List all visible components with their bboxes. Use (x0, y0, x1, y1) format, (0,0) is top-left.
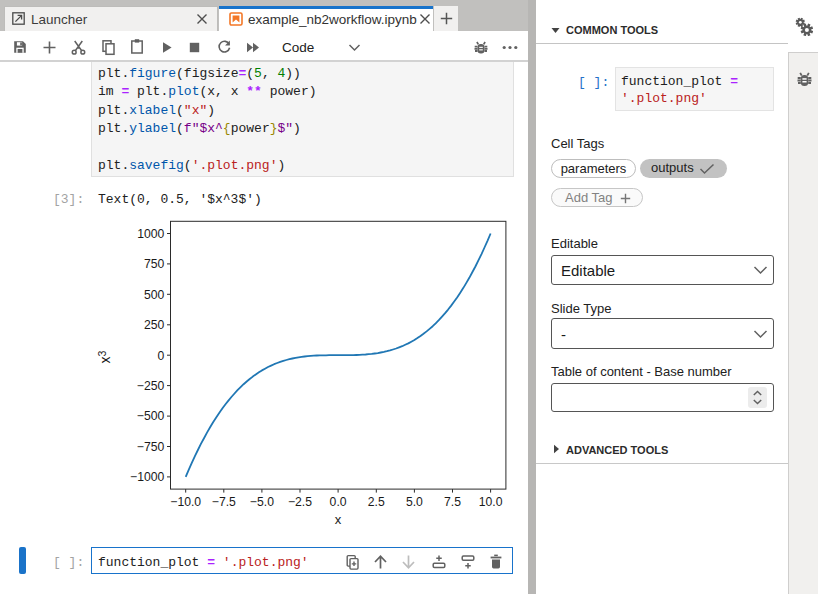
svg-text:−750: −750 (137, 440, 165, 454)
svg-text:−5.0: −5.0 (250, 495, 274, 509)
svg-text:7.5: 7.5 (444, 495, 461, 509)
svg-text:1000: 1000 (137, 227, 164, 241)
svg-text:5.0: 5.0 (406, 495, 423, 509)
svg-text:500: 500 (144, 288, 165, 302)
svg-text:x: x (335, 512, 342, 527)
svg-text:−1000: −1000 (130, 470, 164, 484)
svg-text:750: 750 (144, 257, 165, 271)
svg-text:0: 0 (158, 349, 165, 363)
svg-text:−7.5: −7.5 (212, 495, 236, 509)
svg-text:10.0: 10.0 (479, 495, 503, 509)
svg-text:2.5: 2.5 (368, 495, 385, 509)
svg-text:x3: x3 (96, 350, 114, 363)
svg-text:0.0: 0.0 (330, 495, 347, 509)
svg-text:−2.5: −2.5 (288, 495, 312, 509)
svg-text:−10.0: −10.0 (170, 495, 201, 509)
svg-text:−250: −250 (137, 379, 165, 393)
svg-text:250: 250 (144, 318, 165, 332)
svg-text:−500: −500 (137, 409, 165, 423)
